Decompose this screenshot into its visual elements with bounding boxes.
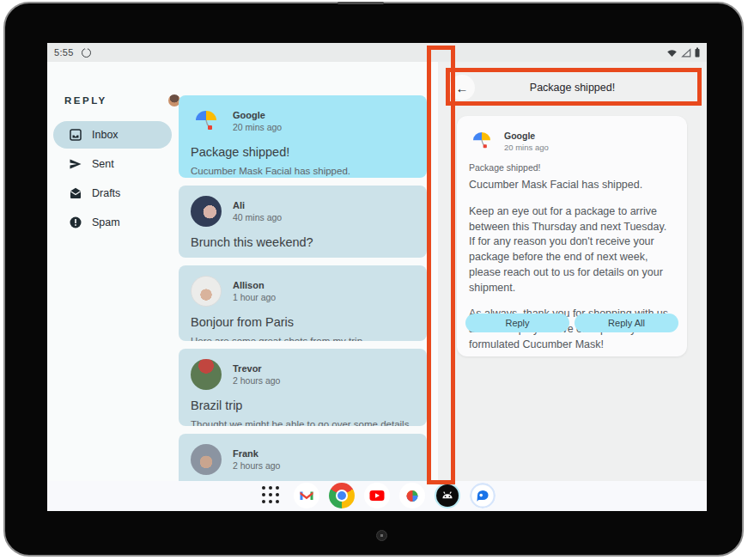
detail-sender: Google <box>504 131 549 141</box>
android-screen: 5:55 REPLY <box>47 43 707 511</box>
clock: 5:55 <box>54 47 74 58</box>
chrome-icon[interactable] <box>329 483 355 508</box>
email-sender: Trevor <box>233 363 280 374</box>
photos-icon[interactable] <box>399 483 425 508</box>
sidebar-item-drafts[interactable]: Drafts <box>53 180 172 207</box>
spam-icon <box>69 216 82 229</box>
email-list-pane: REPLY Inbox Sent <box>47 62 438 481</box>
reply-app-icon[interactable] <box>435 483 460 508</box>
cell-signal-icon <box>681 48 691 58</box>
email-card-ali[interactable]: Ali 40 mins ago Brunch this weekend? I'l… <box>179 186 427 258</box>
email-time: 2 hours ago <box>233 375 280 386</box>
email-preview: I'll be in your neighborhood doing erran… <box>191 254 415 258</box>
email-time: 1 hour ago <box>233 292 276 302</box>
sidebar-item-label: Drafts <box>92 187 120 199</box>
reply-button[interactable]: Reply <box>465 313 569 332</box>
email-preview: Here are some great shots from my trip..… <box>191 334 415 341</box>
email-subject: Brazil trip <box>191 399 415 412</box>
sidebar-item-inbox[interactable]: Inbox <box>53 121 172 149</box>
power-button <box>337 2 384 4</box>
detail-subject: Package shipped! <box>469 162 675 173</box>
sidebar-item-sent[interactable]: Sent <box>53 150 172 178</box>
allison-avatar <box>191 276 222 307</box>
email-sender: Frank <box>233 448 280 459</box>
email-card-allison[interactable]: Allison 1 hour ago Bonjour from Paris He… <box>179 265 427 341</box>
email-sender: Ali <box>233 200 282 210</box>
body-paragraph: Keep an eye out for a package to arrive … <box>469 204 675 296</box>
email-detail-card: Google 20 mins ago Package shipped! Cucu… <box>457 116 687 356</box>
email-time: 2 hours ago <box>233 460 280 471</box>
status-bar: 5:55 <box>47 43 707 62</box>
email-time: 40 mins ago <box>233 212 282 222</box>
battery-icon <box>695 47 700 58</box>
emulator-stage: 5:55 REPLY <box>0 0 754 560</box>
email-subject: Package shipped! <box>191 145 415 159</box>
google-umbrella-avatar <box>191 106 222 137</box>
reply-all-button[interactable]: Reply All <box>575 313 678 332</box>
app-title: REPLY <box>64 95 107 106</box>
sidebar-item-label: Inbox <box>92 129 119 141</box>
body-paragraph: Cucumber Mask Facial has shipped. <box>469 178 675 193</box>
email-subject: Bonjour from Paris <box>191 315 415 329</box>
sidebar-item-label: Spam <box>92 216 120 228</box>
email-detail-pane: ← Package shipped! Google <box>438 62 707 481</box>
email-preview: Cucumber Mask Facial has shipped. <box>191 164 415 178</box>
send-icon <box>69 157 82 171</box>
email-subject: Brunch this weekend? <box>191 235 415 249</box>
google-umbrella-avatar <box>469 128 495 154</box>
vertical-highlight-box <box>427 46 455 484</box>
sidebar-item-label: Sent <box>92 158 114 170</box>
app-grid-icon[interactable] <box>258 483 284 508</box>
frank-avatar <box>191 444 222 475</box>
taskbar <box>47 481 707 511</box>
email-card-trevor[interactable]: Trevor 2 hours ago Brazil trip Thought w… <box>179 349 427 426</box>
front-camera <box>376 530 387 541</box>
wifi-icon <box>666 48 678 58</box>
inbox-icon <box>69 128 82 142</box>
detail-time: 20 mins ago <box>504 143 549 152</box>
youtube-icon[interactable] <box>364 483 390 508</box>
email-time: 20 mins ago <box>233 122 282 132</box>
email-sender: Allison <box>233 280 276 290</box>
gmail-icon[interactable] <box>294 483 319 508</box>
email-list: Google 20 mins ago Package shipped! Cucu… <box>179 95 427 507</box>
trevor-avatar <box>191 359 222 390</box>
email-card-google[interactable]: Google 20 mins ago Package shipped! Cucu… <box>179 95 427 178</box>
sidebar-nav: Inbox Sent Drafts <box>53 121 172 238</box>
messages-icon[interactable] <box>470 483 496 508</box>
sidebar-item-spam[interactable]: Spam <box>53 209 172 236</box>
drafts-icon <box>69 186 82 200</box>
ali-avatar <box>191 196 222 227</box>
record-icon <box>82 48 91 58</box>
dock <box>258 483 496 508</box>
horizontal-highlight-box <box>446 68 702 106</box>
email-sender: Google <box>233 110 282 120</box>
email-preview: Thought we might be able to go over some… <box>191 417 415 426</box>
